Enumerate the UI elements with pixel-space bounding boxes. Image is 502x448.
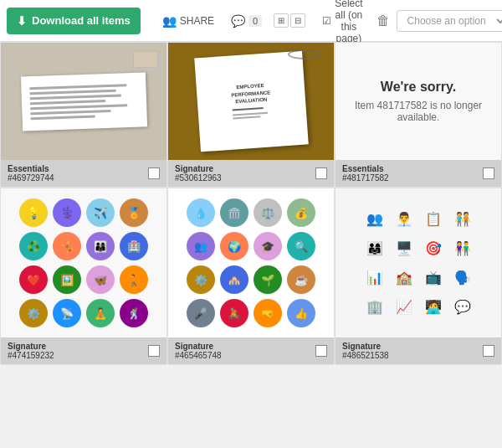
- item-checkbox-3[interactable]: [483, 167, 494, 179]
- item-category-6: Signature: [342, 342, 389, 351]
- circle-icon: 🌱: [254, 265, 282, 294]
- circle-icon: 💧: [187, 198, 215, 227]
- circle-icon: 🚴: [220, 299, 248, 327]
- people-icon: 📈: [392, 295, 417, 320]
- share-icon: 👥: [162, 14, 177, 28]
- item-checkbox-2[interactable]: [315, 167, 327, 179]
- eval-preview: EMPLOYEEPERFORMANCEEVALUATION: [168, 43, 334, 160]
- items-grid: Essentials #469729744 EMPLOYEEPERFORMANC…: [0, 42, 502, 365]
- item-image-5[interactable]: 💧 🏛️ ⚖️ 💰 👥 🌍 🎓 🔍 ⚙️ 🏘️ 🌱 ☕ 🎤 🚴 🤜 👍: [168, 188, 334, 337]
- doc-preview: [1, 43, 166, 160]
- item-category-1: Essentials: [8, 164, 54, 173]
- checkbox-icon: ☑: [322, 15, 331, 27]
- people-icon: 💬: [450, 295, 475, 320]
- grid-9-button[interactable]: ⊟: [290, 13, 305, 28]
- item-id-2: #530612963: [175, 173, 222, 183]
- grid-item-4: 💡 ⚕️ ✈️ 🏅 ♻️ 🤸 👨‍👩‍👦 🏥 ❤️ 🖼️ 🦋 🚶 ⚙️ 📡 🧘 …: [0, 188, 167, 365]
- people-icon: 📋: [421, 207, 446, 232]
- circle-icon: ⚙️: [19, 299, 48, 327]
- circle-icon: 🎤: [187, 299, 215, 327]
- circle-icon: ❤️: [19, 265, 48, 294]
- item-footer-5: Signature #465465748: [168, 337, 334, 364]
- item-checkbox-4[interactable]: [148, 345, 160, 357]
- circle-icon: 📡: [53, 299, 81, 327]
- circle-icon: 🧘: [86, 299, 115, 327]
- item-id-3: #481717582: [342, 173, 389, 183]
- select-all-button[interactable]: ☑ Select all (on this page): [322, 0, 362, 44]
- share-button[interactable]: 👥 SHARE: [157, 11, 219, 31]
- toolbar: ⬇ Download all items 👥 SHARE 💬 0 ⊞ ⊟ ☑ S…: [0, 0, 502, 42]
- circle-icon: 👍: [287, 299, 315, 327]
- item-id-1: #469729744: [8, 173, 54, 183]
- circle-icon: 🖼️: [53, 265, 81, 294]
- people-icon: 🏫: [392, 265, 417, 291]
- item-footer-2: Signature #530612963: [168, 160, 334, 187]
- circle-icon: 🏥: [120, 232, 148, 260]
- grid-item-2: EMPLOYEEPERFORMANCEEVALUATION Signature …: [167, 42, 335, 188]
- grid-4-button[interactable]: ⊞: [274, 13, 289, 28]
- circle-icon: 🏛️: [220, 198, 248, 227]
- circle-icon: 🤜: [254, 299, 282, 327]
- item-category-2: Signature: [175, 164, 222, 173]
- item-footer-3: Essentials #481717582: [336, 160, 501, 187]
- item-image-4[interactable]: 💡 ⚕️ ✈️ 🏅 ♻️ 🤸 👨‍👩‍👦 🏥 ❤️ 🖼️ 🦋 🚶 ⚙️ 📡 🧘 …: [1, 188, 166, 337]
- item-footer-6: Signature #486521538: [336, 337, 501, 364]
- circle-icon: 💰: [287, 198, 315, 227]
- people-icon: 🧑‍💻: [421, 295, 446, 320]
- circle-icon: 👥: [187, 232, 215, 260]
- download-all-button[interactable]: ⬇ Download all items: [7, 8, 141, 34]
- people-icon: 📊: [362, 265, 387, 291]
- item-image-1[interactable]: [1, 43, 166, 160]
- trash-icon[interactable]: 🗑: [376, 13, 390, 28]
- circle-icon: ✈️: [86, 198, 115, 227]
- item-category-4: Signature: [8, 342, 54, 351]
- people-icon: 👫: [450, 236, 475, 261]
- people-icon: 🗣️: [450, 265, 475, 291]
- people-icon: 👥: [362, 207, 387, 232]
- circle-icon: 🎓: [254, 232, 282, 260]
- item-checkbox-6[interactable]: [483, 345, 494, 357]
- circle-icon: 🚶: [120, 265, 148, 294]
- circle-icon: ⚖️: [254, 198, 282, 227]
- people-icon: 👨‍👩‍👧: [362, 236, 387, 261]
- circle-icon: 🏅: [120, 198, 148, 227]
- circle-icon: ♻️: [19, 232, 48, 260]
- grid-item-3: We're sorry. Item 481717582 is no longer…: [335, 42, 502, 188]
- item-checkbox-1[interactable]: [148, 167, 160, 179]
- item-image-3: We're sorry. Item 481717582 is no longer…: [336, 43, 501, 160]
- people-icon: 🧑‍🤝‍🧑: [450, 207, 475, 232]
- circle-icon: 🌍: [220, 232, 248, 260]
- circle-icon: ☕: [287, 265, 315, 294]
- grid-item-5: 💧 🏛️ ⚖️ 💰 👥 🌍 🎓 🔍 ⚙️ 🏘️ 🌱 ☕ 🎤 🚴 🤜 👍: [167, 188, 335, 365]
- circle-icon: 🦋: [86, 265, 115, 294]
- download-icon: ⬇: [17, 14, 27, 28]
- item-category-5: Signature: [175, 342, 222, 351]
- sorry-title: We're sorry.: [381, 80, 456, 95]
- choose-option-select[interactable]: Choose an option: [397, 10, 502, 32]
- people-icon: 👨‍💼: [392, 207, 417, 232]
- item-id-4: #474159232: [8, 351, 54, 360]
- sorry-text: Item 481717582 is no longer available.: [352, 100, 484, 123]
- people-icon: 🎯: [421, 236, 446, 261]
- circle-icon: ⚙️: [187, 265, 215, 294]
- circle-icon: 💡: [19, 198, 48, 227]
- item-footer-1: Essentials #469729744: [1, 160, 166, 187]
- comment-button[interactable]: 💬 0: [226, 11, 267, 31]
- circle-icon: ⚕️: [53, 198, 81, 227]
- item-checkbox-5[interactable]: [315, 345, 327, 357]
- circle-icon: 🤸: [53, 232, 81, 260]
- circle-icon: 🕺: [120, 299, 148, 327]
- circle-icon: 🏘️: [220, 265, 248, 294]
- circle-icon: 🔍: [287, 232, 315, 260]
- sorry-message: We're sorry. Item 481717582 is no longer…: [336, 43, 501, 160]
- circle-icon: 👨‍👩‍👦: [86, 232, 115, 260]
- item-id-6: #486521538: [342, 351, 389, 360]
- view-toggle: ⊞ ⊟: [274, 13, 305, 28]
- people-icon: 🏢: [362, 295, 387, 320]
- grid-item-1: Essentials #469729744: [0, 42, 167, 188]
- item-image-2[interactable]: EMPLOYEEPERFORMANCEEVALUATION: [168, 43, 334, 160]
- item-image-6[interactable]: 👥 👨‍💼 📋 🧑‍🤝‍🧑 👨‍👩‍👧 🖥️ 🎯 👫 📊 🏫 📺 🗣️ 🏢 📈 …: [336, 188, 501, 337]
- people-icon: 🖥️: [392, 236, 417, 261]
- people-icon: 📺: [421, 265, 446, 291]
- grid-item-6: 👥 👨‍💼 📋 🧑‍🤝‍🧑 👨‍👩‍👧 🖥️ 🎯 👫 📊 🏫 📺 🗣️ 🏢 📈 …: [335, 188, 502, 365]
